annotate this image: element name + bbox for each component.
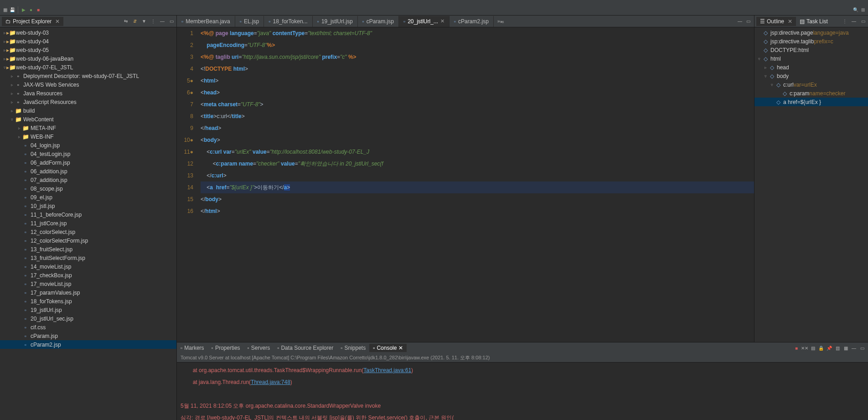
perspective-icon[interactable]: ⊞ [860,7,866,13]
editor-tab[interactable]: ▫19_jstlUrl.jsp [313,16,358,27]
outline-item[interactable]: ◇jsp:directive.page language=java [754,28,868,37]
tree-item[interactable]: ▫11_jstlCore.jsp [0,219,176,228]
tree-item[interactable]: ▫04_testLogin.jsp [0,150,176,158]
search-icon[interactable]: 🔍 [852,7,859,13]
collapse-all-icon[interactable]: ⇆ [123,18,129,25]
maximize-icon[interactable]: ▭ [745,18,751,25]
outline-item[interactable]: ◇jsp:directive.taglib prefix=c [754,37,868,46]
editor-tab[interactable]: ▫20_jstlUrl_...✕ [399,16,450,27]
tree-item[interactable]: ▫20_jstlUrl_sec.jsp [0,314,176,323]
tree-item[interactable]: ▹▫JAX-WS Web Services [0,80,176,89]
editor-tab[interactable]: ▫MemberBean.java [177,16,235,27]
maximize-icon[interactable]: ▭ [860,18,866,25]
display-console-icon[interactable]: ▥ [834,345,841,351]
tree-item[interactable]: ▹▫JavaScript Resources [0,98,176,106]
console-output[interactable]: at org.apache.tomcat.util.threads.TaskTh… [177,363,868,420]
outline-tab[interactable]: ☰ Outline ✕ [756,17,796,26]
tree-item[interactable]: ▹▫Deployment Descriptor: web-study-07-EL… [0,72,176,80]
tree-item[interactable]: ▫17_paramValues.jsp [0,288,176,297]
tab-overflow-indicator[interactable]: »₃₆ [494,18,507,24]
new-icon[interactable]: ▦ [2,7,8,13]
project-tree[interactable]: ▹▸📁web-study-03▹▸📁web-study-04▹▸📁web-stu… [0,27,176,420]
tree-item[interactable]: ▹▸📁web-study-04 [0,37,176,46]
pin-console-icon[interactable]: 📌 [826,345,832,351]
tree-item[interactable]: ▹📁META-INF [0,124,176,132]
outline-item[interactable]: ◇DOCTYPE:html [754,46,868,54]
tree-item[interactable]: ▹📁build [0,106,176,115]
tree-item[interactable]: ▫13_fruitSelect.jsp [0,245,176,254]
filter-icon[interactable]: ▼ [141,18,147,25]
tree-item[interactable]: ▫12_colorSelectForm.jsp [0,236,176,245]
outline-item[interactable]: ▿◇c:url var=urlEx [754,80,868,89]
tree-item[interactable]: ▫17_checkBox.jsp [0,271,176,280]
bottom-tab[interactable]: ▫Properties [208,344,244,352]
tree-item[interactable]: ▫06_addForm.jsp [0,158,176,167]
close-icon[interactable]: ✕ [788,18,792,25]
tree-item[interactable]: ▹▸📁web-study-05 [0,46,176,54]
bottom-tab[interactable]: ▫Markers [177,344,208,352]
tree-item[interactable]: ▫19_jstlUrl.jsp [0,306,176,314]
outline-item[interactable]: ▹◇head [754,63,868,72]
bottom-tab[interactable]: ▫Snippets [337,344,369,352]
close-icon[interactable]: ✕ [398,345,403,351]
outline-item[interactable]: ◇c:param name=checker [754,89,868,98]
open-console-icon[interactable]: ▦ [842,345,849,351]
outline-tree[interactable]: ◇jsp:directive.page language=java◇jsp:di… [754,27,868,342]
minimize-icon[interactable]: — [737,18,743,25]
tree-item[interactable]: ▫18_forTokens.jsp [0,297,176,306]
editor-tab[interactable]: ▫18_forToken... [264,16,312,27]
tree-item[interactable]: ▫12_colorSelect.jsp [0,228,176,236]
tree-item[interactable]: ▫13_fruitSelectForm.jsp [0,254,176,262]
outline-item[interactable]: ▿◇body [754,72,868,80]
tree-item[interactable]: ▫09_el.jsp [0,193,176,202]
tree-item[interactable]: ▫08_scope.jsp [0,184,176,193]
outline-item[interactable]: ◇a href=${urlEx } [754,98,868,106]
maximize-icon[interactable]: ▭ [168,18,175,25]
tree-item[interactable]: ▫cif.css [0,323,176,332]
tree-item[interactable]: ▫14_movieList.jsp [0,262,176,271]
bottom-tab[interactable]: ▫Console✕ [369,344,407,352]
stop-icon[interactable]: ■ [35,7,41,13]
tree-item[interactable]: ▹▸📁web-study-06-javaBean [0,54,176,63]
tree-item[interactable]: ▫cParam2.jsp [0,340,176,349]
save-icon[interactable]: 💾 [9,7,16,13]
outline-item[interactable]: ▿◇html [754,54,868,63]
bottom-tab[interactable]: ▫Data Source Explorer [274,344,337,352]
task-list-tab[interactable]: ▤ Task List [796,17,832,26]
editor-tab[interactable]: ▫cParam.jsp [358,16,399,27]
tree-item[interactable]: ▿📁WebContent [0,115,176,124]
close-icon[interactable]: ✕ [55,18,60,25]
menubar [0,0,868,5]
tree-item[interactable]: ▹▫Java Resources [0,89,176,98]
remove-all-icon[interactable]: ✕✕ [801,345,808,351]
terminate-icon[interactable]: ■ [793,345,800,351]
tree-item[interactable]: ▹📁WEB-INF [0,132,176,141]
code-editor[interactable]: 12345●6●78910●11●1213141516 <%@ page lan… [177,27,754,342]
view-menu-icon[interactable]: ⋮ [842,18,848,25]
tree-item[interactable]: ▫07_addition.jsp [0,176,176,184]
tree-item[interactable]: ▹▸📁web-study-03 [0,28,176,37]
close-icon[interactable]: ✕ [440,18,444,24]
minimize-icon[interactable]: — [159,18,165,25]
code-area[interactable]: <%@ page language="java" contentType="te… [199,27,754,342]
tree-item[interactable]: ▫10_jstl.jsp [0,202,176,210]
minimize-icon[interactable]: — [851,18,857,25]
project-explorer-tab[interactable]: 🗀 Project Explorer ✕ [2,17,63,26]
tree-item[interactable]: ▫cParam.jsp [0,332,176,340]
scroll-lock-icon[interactable]: 🔒 [818,345,824,351]
link-editor-icon[interactable]: ⇵ [132,18,138,25]
bottom-tab[interactable]: ▫Servers [244,344,274,352]
maximize-icon[interactable]: ▭ [859,345,865,351]
tree-item[interactable]: ▫17_movieList.jsp [0,280,176,288]
tree-item[interactable]: ▫04_login.jsp [0,141,176,150]
clear-console-icon[interactable]: ▤ [810,345,816,351]
debug-icon[interactable]: ▶ [21,7,27,13]
run-icon[interactable]: ● [28,7,34,13]
editor-tab[interactable]: ▫cParam2.jsp [450,16,494,27]
editor-tab[interactable]: ▫EL.jsp [235,16,264,27]
tree-item[interactable]: ▿▸📁web-study-07-EL_JSTL [0,63,176,72]
tree-item[interactable]: ▫11_1_beforeCore.jsp [0,210,176,219]
tree-item[interactable]: ▫06_addition.jsp [0,167,176,176]
minimize-icon[interactable]: — [851,345,857,351]
view-menu-icon[interactable]: ⋮ [150,18,156,25]
